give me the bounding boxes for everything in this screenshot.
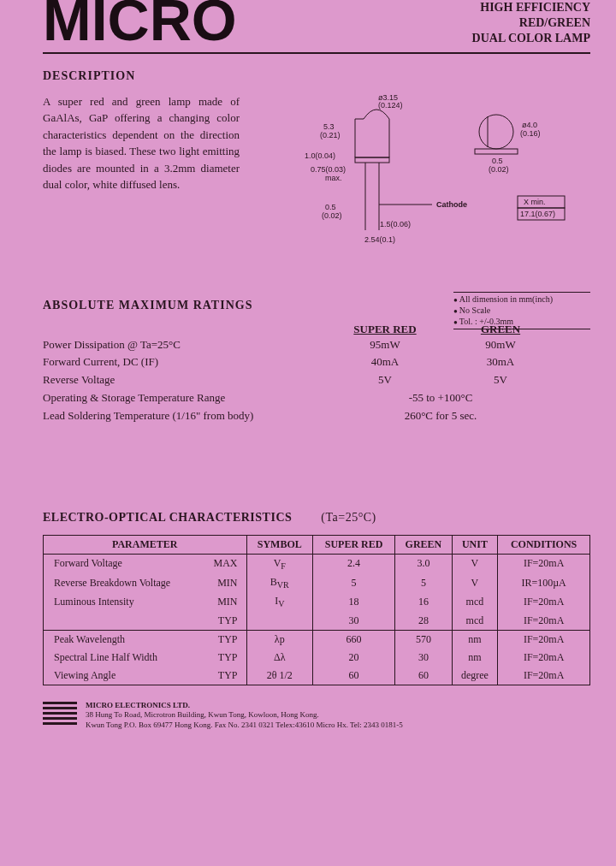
amr-row: Power Dissipation @ Ta=25°C 95mW 90mW: [43, 336, 590, 354]
th-unit: UNIT: [452, 535, 498, 554]
svg-text:(0.02): (0.02): [489, 165, 509, 174]
footer: MICRO ELECTRONICS LTD. 38 Hung To Road, …: [43, 701, 590, 731]
svg-text:X min.: X min.: [524, 198, 546, 206]
title-l2: RED/GREEN: [472, 15, 590, 31]
amr-row: Reverse Voltage 5V 5V: [43, 371, 590, 389]
th-symbol: SYMBOL: [246, 535, 313, 554]
table-row: Viewing Angle TYP 2θ 1/2 60 60 degree IF…: [44, 667, 590, 685]
amr-col-a: SUPER RED: [325, 323, 445, 336]
th-sr: SUPER RED: [313, 535, 395, 554]
svg-text:Cathode: Cathode: [436, 200, 467, 209]
amr-table: SUPER RED GREEN Power Dissipation @ Ta=2…: [43, 323, 590, 425]
logo: MICRO: [43, 0, 237, 41]
svg-text:(0.21): (0.21): [320, 131, 341, 139]
title-l3: DUAL COLOR LAMP: [472, 31, 590, 46]
svg-text:(0.16): (0.16): [520, 129, 541, 138]
table-row: Spectral Line Half Width TYP Δλ 20 30 nm…: [44, 649, 590, 667]
eoc-table: PARAMETER SYMBOL SUPER RED GREEN UNIT CO…: [43, 535, 590, 685]
amr-row: Forward Current, DC (IF) 40mA 30mA: [43, 353, 590, 371]
dimension-notes: All dimension in mm(inch) No Scale Tol. …: [453, 292, 590, 329]
addr1: 38 Hung To Road, Microtron Building, Kwu…: [86, 710, 403, 721]
note-l1: All dimension in mm(inch): [453, 294, 590, 305]
th-gr: GREEN: [395, 535, 452, 554]
header: MICRO HIGH EFFICIENCY RED/GREEN DUAL COL…: [43, 0, 590, 54]
logo-text: MICRO: [43, 0, 237, 52]
company-name: MICRO ELECTRONICS LTD.: [86, 701, 403, 711]
amr-row: Operating & Storage Temperature Range -5…: [43, 389, 590, 407]
product-title: HIGH EFFICIENCY RED/GREEN DUAL COLOR LAM…: [472, 0, 590, 47]
svg-text:1.5(0.06): 1.5(0.06): [380, 220, 411, 228]
svg-text:(0.02): (0.02): [322, 211, 342, 220]
svg-text:0.5: 0.5: [325, 203, 336, 211]
svg-rect-0: [355, 157, 389, 163]
svg-text:(0.124): (0.124): [378, 101, 403, 110]
title-l1: HIGH EFFICIENCY: [472, 0, 590, 15]
package-diagram: ø3.15 (0.124) 5.3 (0.21) 1.0(0.04) 0.75(…: [265, 93, 590, 290]
th-param: PARAMETER: [44, 535, 247, 554]
eoc-ta: (Ta=25°C): [321, 511, 376, 524]
description-body: A super red and green lamp made of GaAlA…: [43, 93, 240, 290]
th-cond: CONDITIONS: [498, 535, 590, 554]
svg-rect-5: [475, 149, 518, 154]
svg-text:ø4.0: ø4.0: [522, 121, 537, 129]
addr2: Kwun Tong P.O. Box 69477 Hong Kong. Fax …: [86, 721, 403, 731]
amr-row: Lead Soldering Temperature (1/16" from b…: [43, 407, 590, 425]
svg-text:max.: max.: [325, 174, 342, 182]
table-row: Luminous Intensity MIN IV 18 16 mcd IF=2…: [44, 592, 590, 611]
table-row: Forward Voltage MAX VF 2.4 3.0 V IF=20mA: [44, 554, 590, 573]
svg-point-3: [479, 115, 513, 149]
footer-logo: [43, 701, 77, 725]
svg-text:1.0(0.04): 1.0(0.04): [305, 151, 335, 160]
table-row: Reverse Breakdown Voltage MIN BVR 5 5 V …: [44, 573, 590, 592]
svg-text:5.3: 5.3: [323, 122, 335, 131]
eoc-heading: ELECTRO-OPTICAL CHARACTERISTICS (Ta=25°C…: [43, 511, 590, 525]
svg-text:0.5: 0.5: [492, 157, 503, 165]
svg-text:17.1(0.67): 17.1(0.67): [520, 210, 555, 218]
table-row: Peak Wavelength TYP λp 660 570 nm IF=20m…: [44, 630, 590, 649]
svg-text:2.54(0.1): 2.54(0.1): [364, 235, 395, 244]
description-heading: DESCRIPTION: [43, 69, 590, 83]
note-l3: Tol. : +/-0.3mm: [453, 316, 590, 327]
note-l2: No Scale: [453, 305, 590, 316]
table-row: TYP 30 28 mcd IF=20mA: [44, 612, 590, 631]
svg-text:0.75(0.03): 0.75(0.03): [311, 165, 346, 174]
